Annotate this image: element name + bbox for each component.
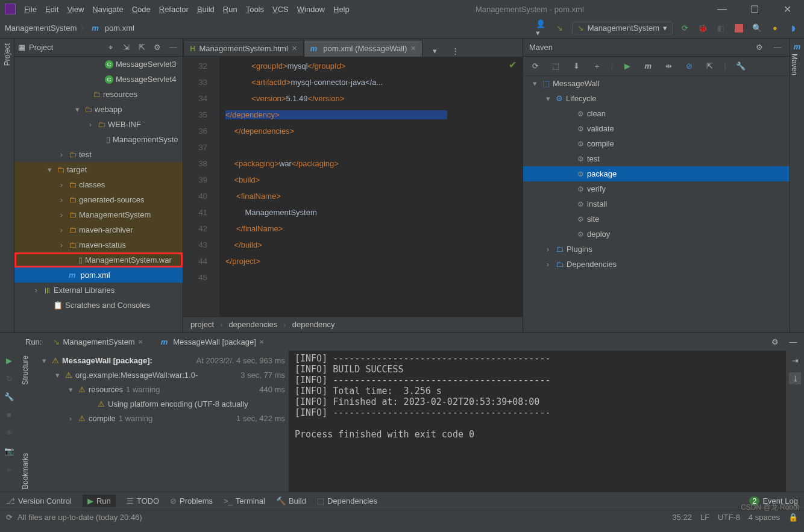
ide-settings-icon[interactable]: ◗ — [787, 22, 799, 34]
download-sources-icon[interactable]: ⬇ — [570, 60, 582, 72]
chevron-icon[interactable]: › — [86, 120, 95, 129]
menu-help[interactable]: Help — [333, 5, 350, 14]
project-panel-title[interactable]: Project — [29, 43, 101, 52]
wrench-icon[interactable]: 🔧 — [3, 390, 15, 402]
hide-maven-icon[interactable]: — — [771, 42, 784, 54]
add-config-icon[interactable]: 👤▾ — [536, 22, 548, 34]
breadcrumb-item[interactable]: dependencies — [228, 320, 277, 329]
chevron-icon[interactable]: › — [543, 260, 553, 269]
camera-icon[interactable]: 👁 — [3, 427, 15, 439]
toggle-offline-icon[interactable]: ⇹ — [662, 60, 674, 72]
maven-item[interactable]: ⚙compile — [523, 136, 790, 151]
chevron-icon[interactable]: › — [66, 414, 75, 423]
event-log[interactable]: 2Event Log — [749, 496, 798, 505]
run-tree-item[interactable]: ▾⚠resources 1 warning440 ms — [36, 382, 285, 396]
maven-settings-icon[interactable]: ⚙ — [753, 42, 765, 54]
chevron-icon[interactable]: › — [31, 286, 41, 295]
chevron-icon[interactable]: › — [57, 210, 66, 219]
tree-item[interactable]: ▾🗀webapp — [14, 102, 183, 117]
tree-item[interactable]: ›🗀maven-status — [14, 237, 183, 252]
maven-item[interactable]: ›🗀Dependencies — [523, 257, 790, 272]
chevron-icon[interactable]: ▾ — [72, 105, 82, 114]
bottom-tab-todo[interactable]: ☰TODO — [127, 496, 159, 505]
coverage-button[interactable]: ◧ — [715, 22, 727, 34]
close-icon[interactable]: ✕ — [138, 339, 143, 345]
expand-icon[interactable]: » — [3, 463, 15, 475]
run-tree-item[interactable]: ⚠Using platform encoding (UTF-8 actually — [36, 396, 285, 411]
tree-item[interactable]: 📋Scratches and Consoles — [14, 298, 183, 313]
chevron-icon[interactable]: ▾ — [543, 94, 553, 103]
bottom-tab-run[interactable]: ▶Run — [83, 495, 116, 507]
breadcrumb-root[interactable]: ManagementSystem — [5, 23, 77, 33]
minimize-button[interactable]: — — [710, 4, 734, 14]
menu-view[interactable]: View — [67, 5, 84, 14]
menu-run[interactable]: Run — [223, 5, 237, 14]
rail-structure-tab[interactable]: Structure — [21, 353, 30, 387]
debug-button[interactable]: 🐞 — [697, 22, 709, 34]
project-tree[interactable]: CMessageServlet3CMessageServlet4🗀resourc… — [14, 57, 183, 332]
maven-item[interactable]: ⚙clean — [523, 106, 790, 121]
ide-update-icon[interactable]: ● — [769, 22, 781, 34]
breadcrumb-item[interactable]: dependency — [292, 320, 335, 329]
close-icon[interactable]: ✕ — [259, 339, 264, 345]
menu-edit[interactable]: Edit — [45, 5, 58, 14]
hide-run-icon[interactable]: — — [787, 336, 799, 348]
generate-sources-icon[interactable]: ⬚ — [550, 60, 562, 72]
chevron-down-icon[interactable]: ▾ — [429, 45, 441, 57]
menu-file[interactable]: File — [24, 5, 37, 14]
maximize-button[interactable]: ☐ — [743, 4, 767, 15]
maven-tree[interactable]: ▾⬚MessageWall▾⚙Lifecycle⚙clean⚙validate⚙… — [523, 76, 790, 332]
scroll-to-end-icon[interactable]: ⤓ — [789, 372, 801, 384]
tree-item[interactable]: ›🗀generated-sources — [14, 192, 183, 207]
inspection-ok-icon[interactable]: ✔ — [509, 59, 517, 70]
stop-icon[interactable]: ■ — [3, 408, 15, 421]
reload-icon[interactable]: ⟳ — [529, 60, 541, 72]
tree-item[interactable]: ›🗀maven-archiver — [14, 222, 183, 237]
chevron-icon[interactable]: ▾ — [45, 165, 54, 174]
line-separator[interactable]: LF — [700, 513, 709, 522]
tree-item[interactable]: ›🗀WEB-INF — [14, 117, 183, 132]
indent-setting[interactable]: 4 spaces — [749, 513, 780, 522]
toggle-skip-tests-icon[interactable]: ⊘ — [683, 60, 695, 72]
collapse-icon[interactable]: ⇱ — [703, 60, 715, 72]
tree-item[interactable]: ›🗀classes — [14, 177, 183, 192]
run-tab[interactable]: ↘ManagementSystem✕ — [48, 335, 148, 349]
menu-vcs[interactable]: VCS — [272, 5, 289, 14]
readonly-icon[interactable]: 🔒 — [788, 513, 798, 522]
tree-item[interactable]: 🗀resources — [14, 87, 183, 102]
tree-item[interactable]: ›🗀ManagementSystem — [14, 207, 183, 222]
maven-item[interactable]: ⚙test — [523, 151, 790, 166]
maven-item[interactable]: ⚙install — [523, 196, 790, 211]
menu-tools[interactable]: Tools — [246, 5, 264, 14]
chevron-icon[interactable]: › — [57, 240, 66, 249]
run-config-select[interactable]: ↘ ManagementSystem ▾ — [572, 22, 673, 34]
run-tree-item[interactable]: ▾⚠MessageWall [package]:At 2023/2/. 4 se… — [36, 353, 285, 368]
maven-item[interactable]: ⚙validate — [523, 121, 790, 136]
wrench-icon[interactable]: 🔧 — [735, 60, 747, 72]
menu-navigate[interactable]: Navigate — [92, 5, 123, 14]
rail-bookmarks-tab[interactable]: Bookmarks — [21, 451, 30, 492]
vcs-status-icon[interactable]: ⟳ — [6, 513, 13, 522]
stop-button[interactable] — [733, 22, 745, 34]
run-output[interactable]: [INFO] ---------------------------------… — [289, 351, 786, 492]
chevron-icon[interactable]: ▾ — [66, 385, 75, 394]
editor[interactable]: 3233343536373839404142434445 <groupId>my… — [183, 57, 523, 316]
menu-refactor[interactable]: Refactor — [159, 5, 189, 14]
chevron-icon[interactable]: › — [57, 150, 66, 159]
search-icon[interactable]: 🔍 — [751, 22, 763, 34]
rerun-icon[interactable]: ▶ — [3, 354, 15, 366]
tree-item[interactable]: ▯ManagementSystem.war — [14, 252, 183, 268]
breadcrumb-item[interactable]: project — [190, 320, 214, 329]
chevron-icon[interactable]: ▾ — [39, 356, 49, 365]
menu-window[interactable]: Window — [297, 5, 325, 14]
chevron-icon[interactable]: › — [57, 195, 66, 204]
chevron-icon[interactable]: › — [57, 225, 66, 234]
run-button[interactable]: ⟳ — [679, 22, 691, 34]
bottom-tab-problems[interactable]: ⊘Problems — [170, 496, 213, 505]
maven-item[interactable]: ⚙package — [523, 166, 790, 181]
maven-item[interactable]: ▾⚙Lifecycle — [523, 91, 790, 106]
close-tab-icon[interactable]: ✕ — [292, 45, 297, 52]
rail-project-tab[interactable]: Project — [3, 41, 11, 68]
chevron-icon[interactable]: › — [543, 245, 553, 254]
collapse-all-icon[interactable]: ⇱ — [136, 42, 148, 54]
